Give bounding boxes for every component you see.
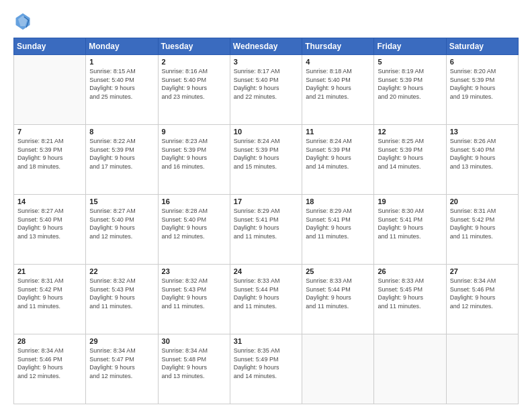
calendar-table: SundayMondayTuesdayWednesdayThursdayFrid… (13, 38, 519, 404)
day-info: Sunrise: 8:27 AMSunset: 5:40 PMDaylight:… (17, 207, 82, 240)
day-number: 25 (306, 267, 370, 275)
calendar-cell: 16Sunrise: 8:28 AMSunset: 5:40 PMDayligh… (158, 195, 230, 265)
day-number: 24 (234, 267, 298, 275)
day-info: Sunrise: 8:22 AMSunset: 5:39 PMDaylight:… (89, 137, 154, 171)
day-number: 12 (378, 128, 442, 136)
logo (13, 12, 35, 31)
calendar-cell (446, 334, 518, 404)
weekday-header-sunday: Sunday (14, 38, 86, 55)
calendar-cell: 10Sunrise: 8:24 AMSunset: 5:39 PMDayligh… (230, 125, 302, 195)
calendar-cell: 29Sunrise: 8:34 AMSunset: 5:47 PMDayligh… (86, 334, 158, 404)
calendar-cell: 14Sunrise: 8:27 AMSunset: 5:40 PMDayligh… (14, 195, 86, 265)
calendar-cell: 15Sunrise: 8:27 AMSunset: 5:40 PMDayligh… (86, 195, 158, 265)
calendar-cell: 21Sunrise: 8:31 AMSunset: 5:42 PMDayligh… (14, 265, 86, 334)
calendar-cell: 20Sunrise: 8:31 AMSunset: 5:42 PMDayligh… (446, 195, 518, 265)
weekday-header-wednesday: Wednesday (230, 38, 302, 55)
day-number: 30 (162, 337, 226, 345)
calendar-cell (374, 334, 446, 404)
day-info: Sunrise: 8:29 AMSunset: 5:41 PMDaylight:… (234, 207, 298, 240)
day-number: 15 (89, 197, 154, 205)
day-info: Sunrise: 8:26 AMSunset: 5:40 PMDaylight:… (450, 137, 515, 171)
day-info: Sunrise: 8:28 AMSunset: 5:40 PMDaylight:… (162, 207, 226, 240)
day-info: Sunrise: 8:17 AMSunset: 5:40 PMDaylight:… (234, 67, 298, 101)
logo-icon (13, 12, 32, 31)
day-info: Sunrise: 8:18 AMSunset: 5:40 PMDaylight:… (306, 67, 370, 101)
weekday-header-saturday: Saturday (446, 38, 518, 55)
day-number: 17 (234, 197, 298, 205)
day-info: Sunrise: 8:31 AMSunset: 5:42 PMDaylight:… (450, 207, 515, 240)
day-info: Sunrise: 8:16 AMSunset: 5:40 PMDaylight:… (162, 67, 226, 101)
calendar-cell: 13Sunrise: 8:26 AMSunset: 5:40 PMDayligh… (446, 125, 518, 195)
day-info: Sunrise: 8:25 AMSunset: 5:39 PMDaylight:… (378, 137, 442, 171)
day-info: Sunrise: 8:27 AMSunset: 5:40 PMDaylight:… (89, 207, 154, 240)
day-number: 21 (17, 267, 82, 275)
calendar-cell (14, 55, 86, 125)
calendar-cell: 28Sunrise: 8:34 AMSunset: 5:46 PMDayligh… (14, 334, 86, 404)
calendar-cell: 5Sunrise: 8:19 AMSunset: 5:39 PMDaylight… (374, 55, 446, 125)
day-info: Sunrise: 8:24 AMSunset: 5:39 PMDaylight:… (306, 137, 370, 171)
day-info: Sunrise: 8:21 AMSunset: 5:39 PMDaylight:… (17, 137, 82, 171)
day-number: 13 (450, 128, 515, 136)
weekday-header-friday: Friday (374, 38, 446, 55)
calendar-cell: 27Sunrise: 8:34 AMSunset: 5:46 PMDayligh… (446, 265, 518, 334)
day-info: Sunrise: 8:20 AMSunset: 5:39 PMDaylight:… (450, 67, 515, 101)
calendar-cell: 26Sunrise: 8:33 AMSunset: 5:45 PMDayligh… (374, 265, 446, 334)
day-info: Sunrise: 8:30 AMSunset: 5:41 PMDaylight:… (378, 207, 442, 240)
calendar-week-row: 1Sunrise: 8:15 AMSunset: 5:40 PMDaylight… (14, 55, 519, 125)
calendar-cell: 18Sunrise: 8:29 AMSunset: 5:41 PMDayligh… (302, 195, 374, 265)
day-info: Sunrise: 8:19 AMSunset: 5:39 PMDaylight:… (378, 67, 442, 101)
day-info: Sunrise: 8:31 AMSunset: 5:42 PMDaylight:… (17, 277, 82, 310)
calendar-cell: 24Sunrise: 8:33 AMSunset: 5:44 PMDayligh… (230, 265, 302, 334)
calendar-cell: 6Sunrise: 8:20 AMSunset: 5:39 PMDaylight… (446, 55, 518, 125)
day-info: Sunrise: 8:33 AMSunset: 5:44 PMDaylight:… (306, 277, 370, 310)
calendar-cell: 23Sunrise: 8:32 AMSunset: 5:43 PMDayligh… (158, 265, 230, 334)
calendar-cell: 31Sunrise: 8:35 AMSunset: 5:49 PMDayligh… (230, 334, 302, 404)
day-info: Sunrise: 8:29 AMSunset: 5:41 PMDaylight:… (306, 207, 370, 240)
day-info: Sunrise: 8:34 AMSunset: 5:47 PMDaylight:… (89, 347, 154, 380)
day-info: Sunrise: 8:33 AMSunset: 5:44 PMDaylight:… (234, 277, 298, 310)
day-info: Sunrise: 8:32 AMSunset: 5:43 PMDaylight:… (162, 277, 226, 310)
day-number: 18 (306, 197, 370, 205)
calendar-cell (302, 334, 374, 404)
calendar-cell: 30Sunrise: 8:34 AMSunset: 5:48 PMDayligh… (158, 334, 230, 404)
day-number: 14 (17, 197, 82, 205)
calendar-cell: 25Sunrise: 8:33 AMSunset: 5:44 PMDayligh… (302, 265, 374, 334)
calendar-cell: 2Sunrise: 8:16 AMSunset: 5:40 PMDaylight… (158, 55, 230, 125)
day-number: 9 (162, 128, 226, 136)
day-number: 3 (234, 58, 298, 66)
day-info: Sunrise: 8:32 AMSunset: 5:43 PMDaylight:… (89, 277, 154, 310)
day-number: 10 (234, 128, 298, 136)
calendar-header-row: SundayMondayTuesdayWednesdayThursdayFrid… (14, 38, 519, 55)
day-number: 5 (378, 58, 442, 66)
calendar-cell: 12Sunrise: 8:25 AMSunset: 5:39 PMDayligh… (374, 125, 446, 195)
calendar-cell: 11Sunrise: 8:24 AMSunset: 5:39 PMDayligh… (302, 125, 374, 195)
day-number: 1 (89, 58, 154, 66)
day-number: 31 (234, 337, 298, 345)
day-number: 20 (450, 197, 515, 205)
calendar-week-row: 14Sunrise: 8:27 AMSunset: 5:40 PMDayligh… (14, 195, 519, 265)
calendar-cell: 8Sunrise: 8:22 AMSunset: 5:39 PMDaylight… (86, 125, 158, 195)
weekday-header-tuesday: Tuesday (158, 38, 230, 55)
day-info: Sunrise: 8:34 AMSunset: 5:46 PMDaylight:… (450, 277, 515, 310)
calendar-cell: 22Sunrise: 8:32 AMSunset: 5:43 PMDayligh… (86, 265, 158, 334)
calendar-week-row: 21Sunrise: 8:31 AMSunset: 5:42 PMDayligh… (14, 265, 519, 334)
calendar-cell: 9Sunrise: 8:23 AMSunset: 5:39 PMDaylight… (158, 125, 230, 195)
day-number: 6 (450, 58, 515, 66)
day-info: Sunrise: 8:23 AMSunset: 5:39 PMDaylight:… (162, 137, 226, 171)
weekday-header-thursday: Thursday (302, 38, 374, 55)
weekday-header-monday: Monday (86, 38, 158, 55)
calendar-cell: 4Sunrise: 8:18 AMSunset: 5:40 PMDaylight… (302, 55, 374, 125)
day-number: 26 (378, 267, 442, 275)
day-info: Sunrise: 8:35 AMSunset: 5:49 PMDaylight:… (234, 347, 298, 380)
calendar-cell: 19Sunrise: 8:30 AMSunset: 5:41 PMDayligh… (374, 195, 446, 265)
day-number: 29 (89, 337, 154, 345)
day-info: Sunrise: 8:15 AMSunset: 5:40 PMDaylight:… (89, 67, 154, 101)
day-number: 23 (162, 267, 226, 275)
day-number: 22 (89, 267, 154, 275)
day-number: 7 (17, 128, 82, 136)
page: SundayMondayTuesdayWednesdayThursdayFrid… (0, 0, 532, 411)
calendar-week-row: 7Sunrise: 8:21 AMSunset: 5:39 PMDaylight… (14, 125, 519, 195)
day-info: Sunrise: 8:33 AMSunset: 5:45 PMDaylight:… (378, 277, 442, 310)
day-number: 28 (17, 337, 82, 345)
day-number: 19 (378, 197, 442, 205)
